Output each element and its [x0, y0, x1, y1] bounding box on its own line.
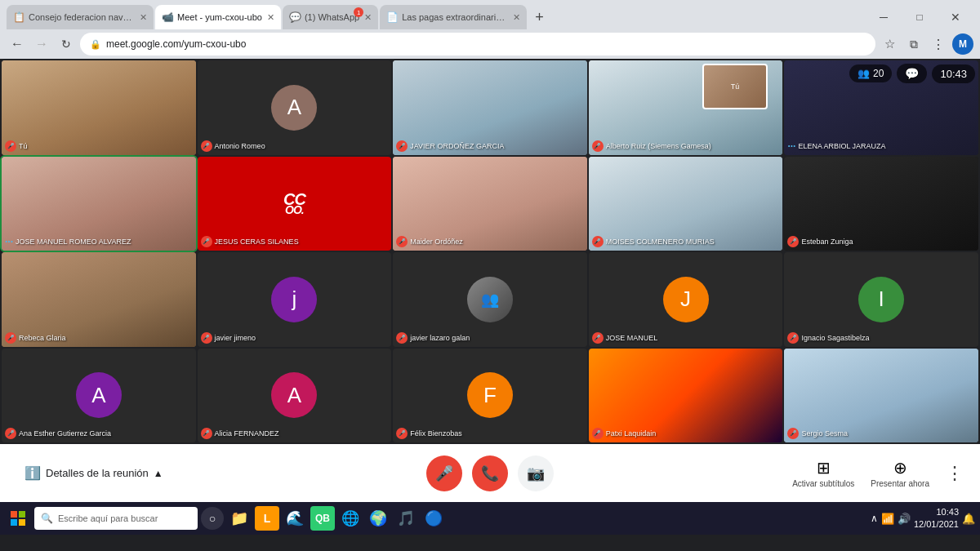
participant-tu: 🎤 Tú — [2, 60, 196, 155]
taskbar-app-globe[interactable]: 🌍 — [366, 506, 390, 531]
taskbar-app-qb[interactable]: QB — [310, 506, 335, 531]
svg-rect-1 — [19, 511, 25, 518]
mute-icon-ana: 🎤 — [5, 428, 16, 439]
url-text: meet.google.com/yum-cxou-ubo — [106, 38, 246, 50]
participant-javier-l-name: javier lazaro galan — [410, 334, 470, 342]
taskbar-circle[interactable]: ○ — [201, 507, 224, 530]
subtitles-icon: ⊞ — [817, 458, 831, 478]
participant-esteban-name: Esteban Zuniga — [801, 238, 853, 246]
mute-icon-tu: 🎤 — [5, 140, 16, 152]
tab-1-close[interactable]: ✕ — [140, 12, 147, 23]
tab-bar: 📋 Consejo federacion navarra - me... ✕ 📹… — [0, 0, 980, 29]
meeting-details-label: Detalles de la reunión — [46, 467, 149, 479]
mute-icon-maider: 🎤 — [396, 236, 408, 247]
forward-button[interactable]: → — [31, 33, 52, 55]
info-icon: ℹ️ — [24, 465, 41, 481]
end-call-button[interactable]: 📞 — [472, 455, 508, 491]
minimize-button[interactable]: ─ — [866, 5, 902, 29]
present-btn[interactable]: ⊕ Presentar ahora — [871, 458, 929, 488]
more-options-btn[interactable]: ⋮ — [946, 463, 964, 484]
mute-icon-javier-l: 🎤 — [396, 332, 408, 344]
taskbar: 🔍 Escribe aquí para buscar ○ 📁 L 🌊 QB 🌐 … — [0, 502, 980, 535]
mute-icon-sergio: 🎤 — [787, 428, 799, 439]
svg-rect-0 — [11, 511, 17, 518]
participant-count: 20 — [873, 68, 884, 79]
controls-left: ℹ️ Detalles de la reunión ▲ — [16, 460, 332, 486]
participant-patxi-name: Patxi Laquidain — [606, 429, 657, 438]
dots-elena: ··· — [787, 140, 795, 152]
extensions-button[interactable]: ⧉ — [903, 33, 924, 55]
lock-icon: 🔒 — [90, 39, 101, 50]
participant-jesus-name: JESUS CERAS SILANES — [215, 238, 299, 246]
network-icon: 📶 — [881, 513, 894, 525]
notification-icon[interactable]: 🔔 — [962, 513, 975, 525]
participant-alicia: A 🎤 Alicia FERNANDEZ — [198, 349, 392, 443]
taskbar-app-edge-old[interactable]: 🌊 — [283, 506, 307, 531]
meeting-details-btn[interactable]: ℹ️ Detalles de la reunión ▲ — [16, 460, 172, 486]
participant-rebeca: 🎤 Rebeca Glaria — [2, 252, 196, 347]
back-button[interactable]: ← — [7, 33, 28, 55]
participant-esteban: 🎤 Esteban Zuniga — [784, 157, 978, 251]
tab-2-label: Meet - yum-cxou-ubo — [177, 12, 262, 22]
participant-jose-m-name: JOSE MANUEL — [606, 334, 658, 342]
participant-ignacio: I 🎤 Ignacio Sagastibelza — [784, 252, 978, 347]
tab-2-close[interactable]: ✕ — [267, 12, 274, 23]
participant-javier-o-name: JAVIER ORDOÑEZ GARCIA — [410, 142, 504, 150]
taskbar-app-l[interactable]: L — [255, 506, 279, 531]
participant-moises-name: MOISES COLMENERO MURIAS — [606, 238, 715, 246]
subtitles-btn[interactable]: ⊞ Activar subtítulos — [792, 458, 854, 488]
participant-javier-j: j 🎤 javier jimeno — [198, 252, 392, 347]
address-bar[interactable]: 🔒 meet.google.com/yum-cxou-ubo — [80, 33, 875, 56]
close-button[interactable]: ✕ — [938, 5, 973, 29]
tab-2[interactable]: 📹 Meet - yum-cxou-ubo ✕ — [155, 5, 281, 29]
search-bar[interactable]: 🔍 Escribe aquí para buscar — [34, 507, 198, 530]
chevron-up-icon: ▲ — [154, 468, 163, 479]
mute-icon-jose-m: 🎤 — [592, 332, 604, 344]
controls-right: ⊞ Activar subtítulos ⊕ Presentar ahora ⋮ — [648, 458, 964, 488]
participant-count-btn[interactable]: 👥 20 — [849, 64, 892, 82]
refresh-button[interactable]: ↻ — [56, 33, 77, 55]
participant-sergio-name: Sergio Sesma — [801, 429, 848, 438]
tab-3[interactable]: 💬 (1) WhatsApp 1 ✕ — [283, 5, 378, 29]
video-grid: 🎤 Tú A 🎤 Antonio Romeo 🎤 JAVIER ORDOÑEZ … — [0, 59, 980, 444]
participant-jesus: CC OO. 🎤 JESUS CERAS SILANES — [198, 157, 392, 251]
mute-button[interactable]: 🎤 — [426, 455, 462, 491]
tab-3-close[interactable]: ✕ — [364, 12, 372, 23]
taskbar-app-edge[interactable]: 🔵 — [421, 506, 446, 531]
taskbar-app-explorer[interactable]: 📁 — [227, 506, 252, 531]
menu-button[interactable]: ⋮ — [928, 33, 949, 55]
taskbar-app-music[interactable]: 🎵 — [394, 506, 418, 531]
participant-felix: F 🎤 Félix Bienzobas — [393, 349, 587, 443]
chat-btn[interactable]: 💬 — [897, 64, 927, 83]
self-preview: Tú — [702, 64, 768, 109]
present-label: Presentar ahora — [871, 479, 929, 488]
participant-jose-name: JOSE MANUEL ROMEO ALVAREZ — [16, 238, 131, 246]
start-button[interactable] — [5, 505, 31, 531]
search-icon: 🔍 — [41, 513, 53, 524]
address-bar-row: ← → ↻ 🔒 meet.google.com/yum-cxou-ubo ☆ ⧉… — [0, 29, 980, 59]
maximize-button[interactable]: □ — [902, 5, 938, 29]
meet-controls: ℹ️ Detalles de la reunión ▲ 🎤 📞 📷 ⊞ Acti… — [0, 444, 980, 502]
taskbar-app-chrome[interactable]: 🌐 — [338, 506, 363, 531]
svg-rect-3 — [19, 519, 25, 526]
bookmark-button[interactable]: ☆ — [879, 33, 900, 55]
taskbar-time-display: 10:43 12/01/2021 — [914, 506, 959, 531]
tab-4[interactable]: 📄 Las pagas extraordinarias: como... ✕ — [380, 5, 527, 29]
new-tab-button[interactable]: + — [528, 5, 550, 29]
mute-icon-moises: 🎤 — [592, 236, 604, 247]
clock: 10:43 — [932, 64, 975, 83]
participant-alberto-name: Alberto Ruiz (Siemens Gamesa) — [606, 142, 711, 150]
participant-felix-name: Félix Bienzobas — [410, 429, 462, 438]
mute-icon-patxi: 🎤 — [592, 428, 604, 439]
subtitles-label: Activar subtítulos — [792, 479, 854, 488]
participant-tu-name: Tú — [19, 142, 28, 150]
mute-icon-javier-j: 🎤 — [201, 332, 212, 344]
tray-chevron[interactable]: ∧ — [871, 513, 878, 524]
profile-avatar[interactable]: M — [952, 33, 973, 55]
participant-javier-l: 👥 🎤 javier lazaro galan — [393, 252, 587, 347]
tab-1[interactable]: 📋 Consejo federacion navarra - me... ✕ — [7, 5, 154, 29]
participant-maider: 🎤 Maider Ordóñez — [393, 157, 587, 251]
tab-4-close[interactable]: ✕ — [513, 12, 520, 23]
participant-jose-m: J 🎤 JOSE MANUEL — [589, 252, 783, 347]
camera-button[interactable]: 📷 — [518, 455, 554, 491]
